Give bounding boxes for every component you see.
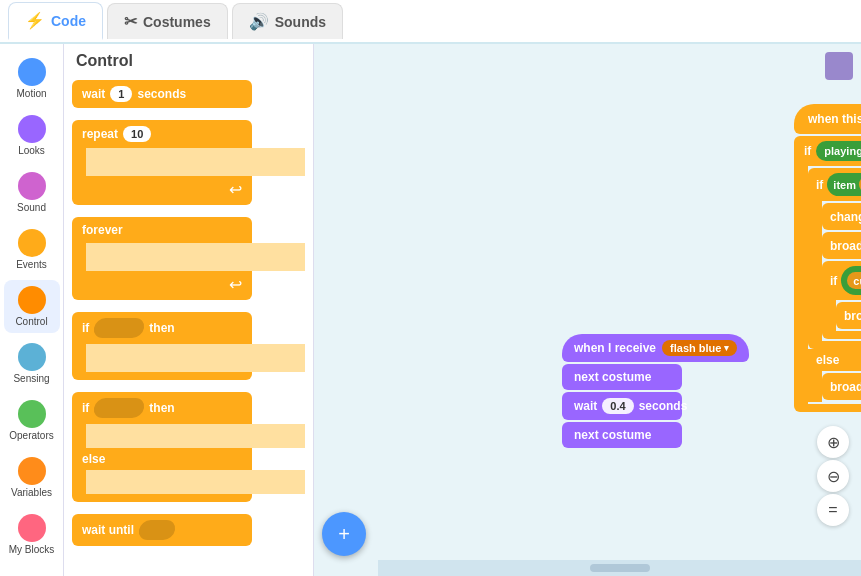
broadcast-add-block[interactable]: broadcast add ▾ — [836, 302, 861, 329]
horizontal-scrollbar[interactable] — [378, 560, 861, 576]
outer-if-top[interactable]: if playing sequence = false then — [794, 136, 861, 166]
speaker-icon: 🔊 — [249, 12, 269, 31]
myblocks-dot — [18, 514, 46, 542]
add-sprite-button[interactable]: + — [322, 512, 366, 556]
wait-block[interactable]: wait 0.4 seconds — [562, 392, 682, 420]
tab-code-label: Code — [51, 13, 86, 29]
events-dot — [18, 229, 46, 257]
sidebar-item-events-label: Events — [16, 259, 47, 270]
if-label: if — [82, 321, 89, 335]
sidebar-item-control-label: Control — [15, 316, 47, 327]
item-condition[interactable]: item current ▾ of Sequence ▾ — [827, 173, 861, 196]
next-costume-1-block[interactable]: next costume — [562, 364, 682, 390]
zoom-out-icon: ⊖ — [827, 467, 840, 486]
broadcast-flash-block[interactable]: broadcast flash blue ▾ — [822, 232, 861, 259]
sidebar-item-sensing[interactable]: Sensing — [4, 337, 60, 390]
sensing-dot — [18, 343, 46, 371]
sidebar-item-operators[interactable]: Operators — [4, 394, 60, 447]
receive-msg-pill[interactable]: flash blue ▾ — [662, 340, 737, 356]
block-if-then[interactable]: if then — [72, 312, 305, 380]
inner-if-foot — [808, 341, 861, 349]
control-dot — [18, 286, 46, 314]
change-block[interactable]: change current ▾ by 1 — [822, 203, 861, 230]
scissors-icon: ✂ — [124, 12, 137, 31]
outer-if-arm — [794, 166, 808, 404]
block-forever[interactable]: forever ↩ — [72, 217, 305, 300]
zoom-reset-icon: = — [828, 501, 837, 519]
looks-dot — [18, 115, 46, 143]
sidebar: Motion Looks Sound Events Control Sensin… — [0, 44, 64, 576]
sidebar-item-looks[interactable]: Looks — [4, 109, 60, 162]
variables-dot — [18, 457, 46, 485]
wait-suffix: seconds — [639, 399, 688, 413]
else-body: broadcast game over ▾ — [808, 371, 861, 402]
outer-if-foot — [794, 404, 861, 412]
sidebar-item-sensing-label: Sensing — [13, 373, 49, 384]
sound-dot — [18, 172, 46, 200]
zoom-out-button[interactable]: ⊖ — [817, 460, 849, 492]
sidebar-item-looks-label: Looks — [18, 145, 45, 156]
inner-if-content: change current ▾ by 1 — [822, 201, 861, 341]
zoom-reset-button[interactable]: = — [817, 494, 849, 526]
add-sprite-icon: + — [338, 523, 350, 546]
next-costume-2-block[interactable]: next costume — [562, 422, 682, 448]
wait-label-purple: wait — [574, 399, 597, 413]
hat-block-when-clicked[interactable]: when this sprite clicked — [794, 104, 861, 134]
innermost-if-foot — [822, 331, 861, 339]
innermost-if-content: broadcast add ▾ — [836, 300, 861, 331]
receive-msg-text: flash blue — [670, 342, 721, 354]
current-gt-condition[interactable]: current ▾ > length of — [841, 266, 861, 295]
sidebar-item-motion[interactable]: Motion — [4, 52, 60, 105]
wait-until-label: wait until — [82, 523, 134, 537]
else-block-label: else — [808, 349, 861, 371]
next-costume-2-label: next costume — [574, 428, 651, 442]
zoom-controls: ⊕ ⊖ = — [817, 426, 849, 526]
outer-if-body: if item current ▾ of — [794, 166, 861, 404]
block-repeat[interactable]: repeat 10 ↩ — [72, 120, 305, 205]
inner-if-arm — [808, 201, 822, 341]
tab-sounds[interactable]: 🔊 Sounds — [232, 3, 343, 39]
sidebar-item-sound[interactable]: Sound — [4, 166, 60, 219]
item-label: item — [833, 179, 856, 191]
code-icon: ⚡ — [25, 11, 45, 30]
innermost-if-top[interactable]: if current ▾ > — [822, 261, 861, 300]
if-else-if-label: if — [82, 401, 89, 415]
sidebar-item-motion-label: Motion — [16, 88, 46, 99]
else-label: else — [82, 452, 105, 466]
receive-msg-arrow: ▾ — [724, 343, 729, 353]
block-wait-until[interactable]: wait until — [72, 514, 305, 546]
wait-value-purple[interactable]: 0.4 — [602, 398, 633, 414]
scrollbar-thumb[interactable] — [590, 564, 650, 572]
when-receive-label: when I receive — [574, 341, 656, 355]
inner-if-top[interactable]: if item current ▾ of — [808, 168, 861, 201]
sidebar-item-variables[interactable]: Variables — [4, 451, 60, 504]
operators-dot — [18, 400, 46, 428]
sidebar-item-sound-label: Sound — [17, 202, 46, 213]
sidebar-item-myblocks[interactable]: My Blocks — [4, 508, 60, 561]
current2-text: current — [853, 275, 861, 287]
motion-dot — [18, 58, 46, 86]
inner-if-block: if item current ▾ of — [808, 168, 861, 349]
sidebar-item-control[interactable]: Control — [4, 280, 60, 333]
tab-code[interactable]: ⚡ Code — [8, 2, 103, 40]
wait-value[interactable]: 1 — [110, 86, 132, 102]
block-if-else[interactable]: if then else — [72, 392, 305, 502]
main-area: Motion Looks Sound Events Control Sensin… — [0, 44, 861, 576]
playing-seq-condition[interactable]: playing sequence = false — [816, 141, 861, 161]
repeat-label: repeat — [82, 127, 118, 141]
innermost-if-body: broadcast add ▾ — [822, 300, 861, 331]
when-receive-hat[interactable]: when I receive flash blue ▾ — [562, 334, 749, 362]
sidebar-item-events[interactable]: Events — [4, 223, 60, 276]
current2-dropdown[interactable]: current ▾ — [847, 272, 861, 289]
block-wait[interactable]: wait 1 seconds — [72, 80, 305, 108]
tab-costumes[interactable]: ✂ Costumes — [107, 3, 228, 39]
innermost-if-arm — [822, 300, 836, 331]
zoom-in-button[interactable]: ⊕ — [817, 426, 849, 458]
panel-title: Control — [72, 52, 305, 70]
script-when-receive[interactable]: when I receive flash blue ▾ next costume… — [562, 334, 749, 448]
repeat-value[interactable]: 10 — [123, 126, 151, 142]
blocks-panel: Control wait 1 seconds repeat 10 ↩ — [64, 44, 314, 576]
tab-sounds-label: Sounds — [275, 14, 326, 30]
sidebar-item-operators-label: Operators — [9, 430, 53, 441]
broadcast-gameover-block[interactable]: broadcast game over ▾ — [822, 373, 861, 400]
